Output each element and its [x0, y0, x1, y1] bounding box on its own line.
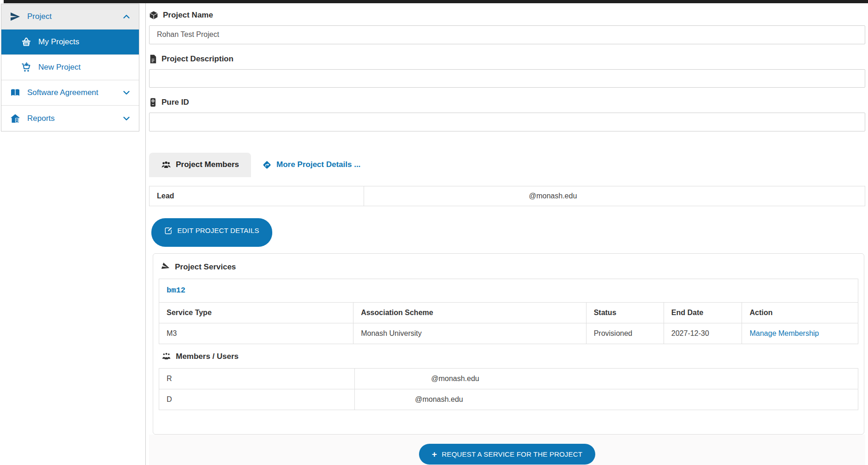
- sidebar-item-label: Reports: [27, 114, 55, 123]
- sidebar-menu: Project My Projects: [1, 4, 139, 131]
- lead-label: Lead: [150, 186, 364, 206]
- tab-more-project-details[interactable]: More Project Details ...: [262, 160, 360, 170]
- id-device-icon: [149, 98, 157, 107]
- cell-service-type: M3: [159, 323, 353, 344]
- project-name-input[interactable]: [149, 25, 865, 44]
- project-name-label: Project Name: [149, 11, 865, 20]
- members-table: R @monash.edu D @monash.edu: [159, 368, 858, 410]
- tab-label: Project Members: [176, 160, 239, 169]
- member-email: @monash.edu: [355, 368, 858, 389]
- book-icon: [10, 87, 21, 98]
- tab-project-members[interactable]: Project Members: [149, 153, 251, 177]
- table-row: M3 Monash University Provisioned 2027-12…: [159, 323, 858, 344]
- sidebar-item-label: My Projects: [38, 37, 79, 47]
- basket-icon: [21, 36, 32, 48]
- edit-button-label: EDIT PROJECT DETAILS: [177, 227, 259, 234]
- tab-link-label: More Project Details ...: [276, 160, 360, 169]
- project-description-input[interactable]: [149, 69, 865, 88]
- col-status: Status: [586, 302, 664, 323]
- chevron-down-icon[interactable]: [121, 113, 132, 124]
- lead-table: Lead @monash.edu: [149, 186, 865, 206]
- cell-end-date: 2027-12-30: [664, 323, 742, 344]
- member-row: R @monash.edu: [159, 368, 858, 389]
- sidebar-item-label: New Project: [38, 63, 81, 72]
- members-users-header: Members / Users: [162, 352, 858, 362]
- services-table: Service Type Association Scheme Status E…: [159, 302, 858, 344]
- member-row: D @monash.edu: [159, 389, 858, 410]
- cell-status: Provisioned: [586, 323, 664, 344]
- file-lines-icon: [149, 54, 157, 64]
- chevron-up-icon[interactable]: [121, 12, 132, 22]
- top-window-edge: [4, 0, 868, 3]
- col-association-scheme: Association Scheme: [353, 302, 586, 323]
- pure-id-input[interactable]: [149, 113, 865, 131]
- diamond-turn-right-icon: [262, 160, 272, 170]
- sidebar-item-label: Project: [27, 12, 52, 21]
- project-services-header: Project Services: [162, 262, 858, 272]
- cube-icon: [149, 11, 158, 20]
- pen-to-square-icon: [164, 227, 173, 235]
- users-group-icon: [162, 352, 171, 361]
- col-service-type: Service Type: [159, 302, 353, 323]
- service-id-link[interactable]: bm12: [167, 286, 186, 295]
- footer-action-strip: + REQUEST A SERVICE FOR THE PROJECT: [149, 435, 865, 465]
- users-icon: [161, 160, 171, 169]
- manage-membership-link[interactable]: Manage Membership: [749, 329, 819, 337]
- plus-icon: +: [432, 450, 437, 459]
- sidebar: Project My Projects: [0, 3, 145, 465]
- sidebar-item-project[interactable]: Project: [1, 4, 139, 30]
- sidebar-item-new-project[interactable]: New Project: [1, 55, 139, 80]
- pure-id-label: Pure ID: [149, 98, 865, 107]
- request-service-button[interactable]: + REQUEST A SERVICE FOR THE PROJECT: [419, 444, 595, 465]
- paper-plane-icon: [162, 262, 170, 271]
- col-end-date: End Date: [664, 302, 742, 323]
- sidebar-item-label: Software Agreement: [27, 88, 98, 97]
- chevron-down-icon[interactable]: [121, 88, 132, 98]
- sidebar-item-reports[interactable]: Reports: [1, 106, 139, 131]
- tab-bar: Project Members More Project Details ...: [149, 153, 865, 177]
- lead-email: @monash.edu: [364, 186, 865, 206]
- cell-association-scheme: Monash University: [353, 323, 586, 344]
- services-table-header-row: Service Type Association Scheme Status E…: [159, 302, 858, 323]
- house-report-icon: [10, 113, 21, 124]
- member-name: D: [159, 389, 355, 410]
- sidebar-item-my-projects[interactable]: My Projects: [1, 30, 139, 55]
- project-services-card: Project Services bm12 Service Type Assoc…: [153, 253, 864, 435]
- edit-project-details-button[interactable]: EDIT PROJECT DETAILS: [151, 218, 272, 247]
- col-action: Action: [742, 302, 858, 323]
- paper-plane-icon: [10, 11, 21, 22]
- project-description-label: Project Description: [149, 54, 865, 64]
- cart-plus-icon: [21, 62, 32, 73]
- sidebar-item-software-agreement[interactable]: Software Agreement: [1, 80, 139, 106]
- member-name: R: [159, 368, 355, 389]
- service-id-panel: bm12: [159, 279, 858, 303]
- main-content: Project Name Project Description: [145, 3, 868, 465]
- member-email: @monash.edu: [355, 389, 858, 410]
- request-button-label: REQUEST A SERVICE FOR THE PROJECT: [442, 450, 582, 458]
